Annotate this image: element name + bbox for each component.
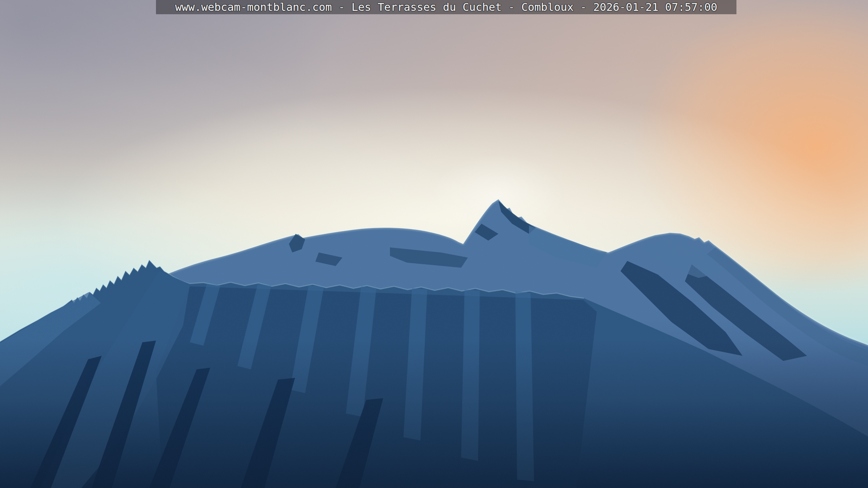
mountain-scene: [0, 0, 868, 488]
overlay-banner: www.webcam-montblanc.com - Les Terrasses…: [156, 0, 736, 14]
overlay-banner-text: www.webcam-montblanc.com - Les Terrasses…: [175, 0, 717, 14]
grain-overlay: [0, 0, 868, 488]
webcam-photo-frame: www.webcam-montblanc.com - Les Terrasses…: [0, 0, 868, 488]
